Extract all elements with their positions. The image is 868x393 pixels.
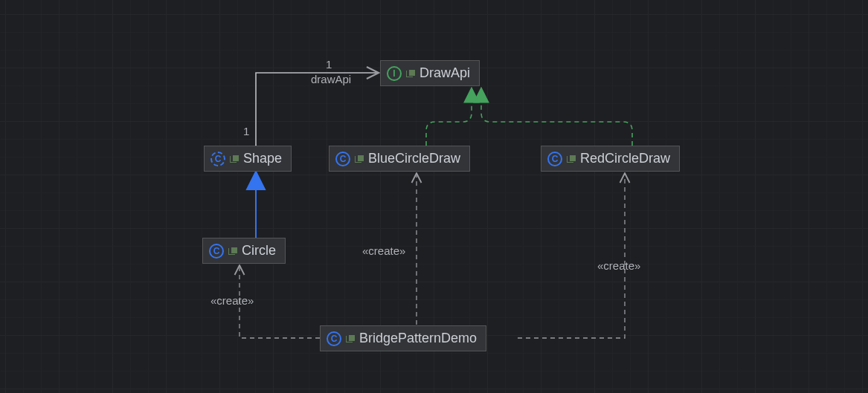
- node-circle[interactable]: C Circle: [202, 238, 286, 264]
- node-label: Shape: [243, 151, 282, 166]
- class-icon: C: [209, 244, 224, 259]
- abstract-class-icon: C: [210, 152, 225, 166]
- multiplicity-label: 1: [326, 58, 332, 71]
- node-label: BlueCircleDraw: [368, 151, 460, 166]
- node-bluecircledraw[interactable]: C BlueCircleDraw: [329, 146, 470, 172]
- node-label: DrawApi: [419, 65, 470, 81]
- role-label: drawApi: [311, 73, 351, 85]
- package-icon: [355, 155, 364, 163]
- node-label: RedCircleDraw: [580, 151, 670, 166]
- package-icon: [228, 247, 237, 255]
- class-icon: C: [335, 152, 350, 166]
- package-icon: [406, 70, 415, 77]
- node-shape[interactable]: C Shape: [204, 146, 292, 172]
- stereotype-label: «create»: [597, 259, 640, 272]
- node-label: Circle: [242, 243, 276, 259]
- node-bridgepatterndemo[interactable]: C BridgePatternDemo: [320, 325, 486, 351]
- node-label: BridgePatternDemo: [359, 331, 477, 346]
- node-redcircledraw[interactable]: C RedCircleDraw: [541, 146, 680, 172]
- stereotype-label: «create»: [210, 294, 254, 307]
- stereotype-label: «create»: [362, 244, 405, 257]
- class-icon: C: [547, 152, 562, 166]
- multiplicity-label: 1: [243, 125, 249, 137]
- package-icon: [230, 155, 239, 163]
- package-icon: [346, 335, 355, 342]
- class-icon: C: [327, 331, 341, 346]
- package-icon: [567, 155, 576, 163]
- interface-icon: I: [387, 66, 402, 81]
- node-drawapi[interactable]: I DrawApi: [380, 60, 480, 86]
